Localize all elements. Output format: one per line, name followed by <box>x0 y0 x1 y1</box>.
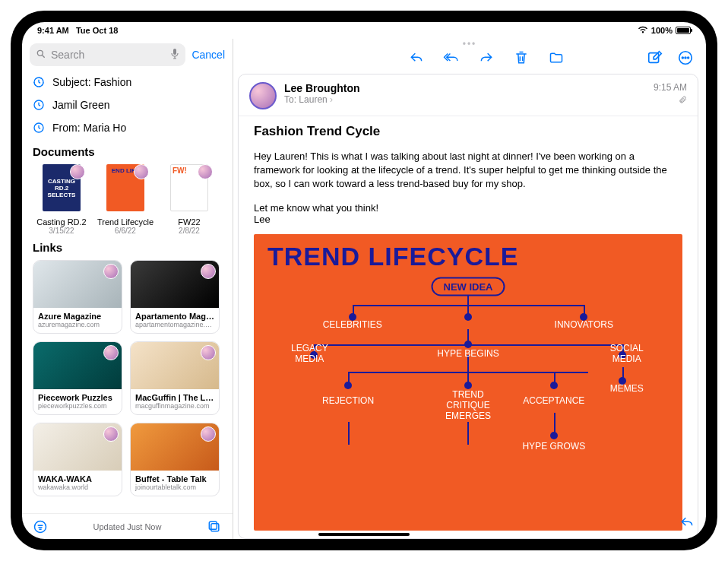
svg-point-12 <box>685 57 686 59</box>
status-date: Tue Oct 18 <box>76 26 118 35</box>
message-header[interactable]: Lee Broughton To: Lauren › 9:15 AM <box>239 74 698 116</box>
message-body-p2: Let me know what you think! <box>254 202 378 214</box>
link-subtitle: pieceworkpuzzles.com <box>33 402 122 414</box>
avatar-badge <box>201 426 216 442</box>
message-card: Lee Broughton To: Lauren › 9:15 AM <box>238 74 698 539</box>
recent-search-item[interactable]: Jamil Green <box>22 94 233 116</box>
document-label: Casting RD.2 <box>33 217 90 227</box>
link-card[interactable]: WAKA-WAKA wakawaka.world <box>33 423 122 496</box>
search-icon <box>36 49 46 62</box>
document-item[interactable]: END LIFE Trend Lifecycle 6/6/22 <box>97 161 154 235</box>
to-line[interactable]: To: Lauren › <box>284 94 360 105</box>
message-signature: Lee <box>254 214 271 225</box>
diagram-node: MEMES <box>610 383 644 394</box>
document-label: Trend Lifecycle <box>97 217 154 227</box>
cancel-button[interactable]: Cancel <box>191 49 225 61</box>
more-icon[interactable] <box>677 49 694 66</box>
recent-icon <box>33 99 45 111</box>
document-item[interactable]: FW! FW22 2/8/22 <box>160 161 218 235</box>
diagram-node-new-idea: NEW IDEA <box>432 277 505 296</box>
chevron-right-icon: › <box>330 94 333 105</box>
sender-avatar <box>249 82 277 109</box>
avatar-badge <box>103 264 119 279</box>
document-date: 3/15/22 <box>33 227 90 235</box>
recent-search-item[interactable]: Subject: Fashion <box>22 71 233 94</box>
documents-header: Documents <box>22 139 233 161</box>
trash-icon[interactable] <box>513 49 530 66</box>
link-card[interactable]: MacGuffin | The Lif... macguffinmagazine… <box>130 341 220 415</box>
filter-icon[interactable] <box>33 519 48 534</box>
link-subtitle: macguffinmagazine.com <box>131 402 219 414</box>
message-pane: ••• <box>233 39 706 539</box>
forward-icon[interactable] <box>478 49 495 66</box>
document-date: 6/6/22 <box>97 227 154 235</box>
avatar-badge <box>134 164 149 179</box>
link-subtitle: azuremagazine.com <box>33 321 122 333</box>
avatar-badge <box>103 345 119 360</box>
mail-toolbar <box>233 48 706 69</box>
svg-point-11 <box>682 57 683 59</box>
sender-name: Lee Broughton <box>284 82 360 94</box>
diagram-node: HYPE BEGINS <box>437 348 499 359</box>
recent-label: Subject: Fashion <box>52 76 131 88</box>
link-card[interactable]: Piecework Puzzles pieceworkpuzzles.com <box>33 341 122 415</box>
svg-point-0 <box>37 50 43 55</box>
link-subtitle: joinourtabletalk.com <box>131 483 219 496</box>
link-title: WAKA-WAKA <box>33 471 122 483</box>
wifi-icon <box>638 26 648 35</box>
battery-percent: 100% <box>651 26 673 35</box>
link-card[interactable]: Buffet - Table Talk joinourtabletalk.com <box>130 423 220 496</box>
avatar-badge <box>103 426 119 442</box>
diagram-node: SOCIAL MEDIA <box>610 343 644 364</box>
mic-icon[interactable] <box>170 48 179 62</box>
avatar-badge <box>70 164 85 179</box>
diagram-node: LEGACY MEDIA <box>291 343 328 364</box>
link-title: Azure Magazine <box>33 308 122 321</box>
sidebar: Search Cancel Subject: Fashion <box>22 39 233 539</box>
move-folder-icon[interactable] <box>548 49 565 66</box>
drag-handle-icon[interactable]: ••• <box>463 39 477 48</box>
attachment-title: TREND LIFECYCLE <box>254 234 682 277</box>
links-header: Links <box>22 235 233 257</box>
svg-rect-8 <box>209 521 217 529</box>
document-item[interactable]: CASTINGRD.2SELECTS Casting RD.2 3/15/22 <box>33 161 90 235</box>
recent-label: From: Maria Ho <box>52 122 126 134</box>
link-title: MacGuffin | The Lif... <box>131 389 219 402</box>
recent-search-item[interactable]: From: Maria Ho <box>22 116 233 139</box>
message-time: 9:15 AM <box>654 82 687 93</box>
status-bar: 9:41 AM Tue Oct 18 100% <box>22 22 706 39</box>
document-label: FW22 <box>160 217 218 227</box>
svg-rect-7 <box>211 523 219 531</box>
footer-status: Updated Just Now <box>93 522 162 531</box>
avatar-badge <box>201 345 216 360</box>
reply-icon[interactable] <box>408 49 425 66</box>
diagram-node: CELEBRITIES <box>323 319 382 330</box>
message-body-p1: Hey Lauren! This is what I was talking a… <box>254 150 682 192</box>
reply-icon[interactable] <box>679 515 695 533</box>
stack-icon[interactable] <box>207 519 222 534</box>
svg-rect-2 <box>173 49 176 55</box>
battery-icon <box>676 27 691 34</box>
avatar-badge <box>198 164 213 179</box>
svg-line-1 <box>42 55 44 57</box>
link-card[interactable]: Azure Magazine azuremagazine.com <box>33 260 122 334</box>
recent-icon <box>33 122 45 134</box>
link-card[interactable]: Apartamento Maga... apartamentomagazine.… <box>130 260 220 334</box>
document-date: 2/8/22 <box>160 227 218 235</box>
link-subtitle: apartamentomagazine.com <box>131 321 219 333</box>
diagram-node: TREND CRITIQUE EMERGES <box>445 389 491 421</box>
attachment-icon <box>654 94 687 106</box>
link-title: Piecework Puzzles <box>33 389 122 402</box>
message-subject: Fashion Trend Cycle <box>254 124 682 139</box>
link-title: Apartamento Maga... <box>131 308 219 321</box>
reply-all-icon[interactable] <box>443 49 460 66</box>
recent-label: Jamil Green <box>52 99 109 111</box>
home-indicator[interactable] <box>318 533 410 536</box>
compose-icon[interactable] <box>647 49 663 66</box>
status-time: 9:41 AM <box>37 26 69 35</box>
attachment-image[interactable]: TREND LIFECYCLE <box>254 234 682 531</box>
search-input[interactable]: Search <box>30 43 185 66</box>
diagram-node: INNOVATORS <box>555 319 613 330</box>
avatar-badge <box>201 264 216 279</box>
svg-point-6 <box>35 521 46 532</box>
